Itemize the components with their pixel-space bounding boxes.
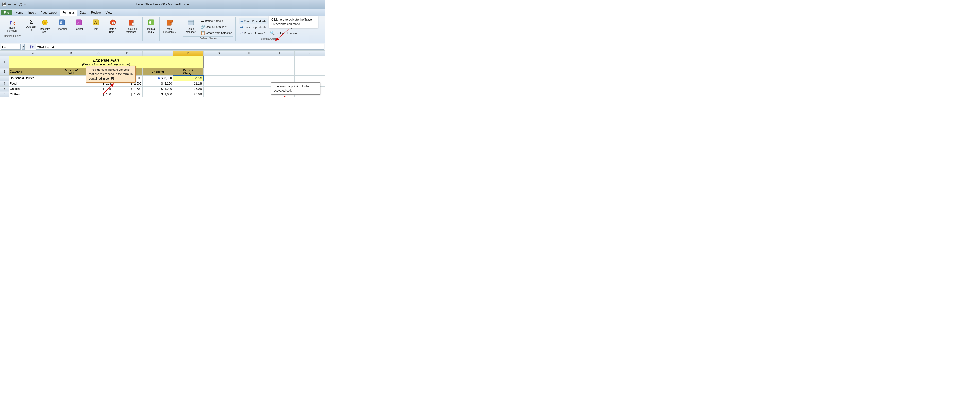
- col-header-f[interactable]: F: [173, 51, 204, 56]
- cell-g1[interactable]: [203, 56, 234, 68]
- name-manager-button[interactable]: NameManager: [183, 18, 198, 34]
- undo-icon[interactable]: ↩: [7, 2, 12, 6]
- cell-ref-dropdown[interactable]: ▼: [22, 44, 25, 49]
- col-header-e[interactable]: E: [142, 51, 173, 56]
- cell-b4[interactable]: [57, 81, 85, 86]
- text-icon: A: [92, 19, 99, 27]
- col-header-d[interactable]: D: [112, 51, 143, 56]
- math-button[interactable]: θ Math &Trig ▼: [145, 18, 158, 34]
- cell-a4[interactable]: Food: [9, 81, 57, 86]
- defined-names-col: 🏷 Define Name ▼ 🔗 Use in Formula ▼ 📋 Cre…: [199, 18, 233, 35]
- trace-dependents-icon: ➡: [240, 25, 243, 29]
- financial-label: Financial: [57, 28, 67, 30]
- cell-a3[interactable]: Household Utilities: [9, 75, 57, 81]
- redo-icon[interactable]: ↪: [13, 2, 17, 6]
- col-header-h[interactable]: H: [234, 51, 264, 56]
- use-in-formula-button[interactable]: 🔗 Use in Formula ▼: [199, 24, 233, 30]
- cell-h3[interactable]: [234, 75, 264, 81]
- cell-a5[interactable]: Gasoline: [9, 86, 57, 92]
- recently-used-button[interactable]: RecentlyUsed ▼: [38, 18, 51, 34]
- cell-f2[interactable]: PercentChange: [173, 68, 204, 76]
- print-icon[interactable]: 🖨: [18, 2, 23, 6]
- logical-button[interactable]: ? Logical: [72, 18, 85, 31]
- insert-function-button[interactable]: ƒx Insert Function: [5, 18, 19, 33]
- cell-h2[interactable]: [234, 68, 264, 76]
- callout-bottom-center: The blue dots indicate the cells that ar…: [86, 66, 148, 95]
- cell-h1[interactable]: [234, 56, 264, 68]
- cell-f4[interactable]: 11.1%: [173, 81, 204, 86]
- remove-arrows-button[interactable]: ↩ Remove Arrows ▼: [239, 30, 267, 36]
- datetime-button[interactable]: 📅 Date &Time ▼: [107, 18, 119, 34]
- datetime-icon: 📅: [110, 19, 116, 27]
- cell-j3[interactable]: [295, 75, 325, 81]
- col-header-a[interactable]: A: [9, 51, 57, 56]
- cell-g4[interactable]: [203, 81, 234, 86]
- cell-h5[interactable]: [234, 86, 264, 92]
- financial-button[interactable]: $ Financial: [56, 18, 68, 31]
- formula-input[interactable]: =(D3-E3)/E3: [36, 44, 324, 49]
- cell-h6[interactable]: [234, 92, 264, 97]
- quick-access-toolbar: 💾 ↩ ↪ 🖨 ▼: [2, 2, 26, 6]
- menu-review[interactable]: Review: [89, 10, 103, 15]
- callout-middle-right: The arrow is pointing to the activated c…: [271, 82, 323, 97]
- ribbon-group-financial: $ Financial: [54, 17, 70, 41]
- cell-j1[interactable]: [295, 56, 325, 68]
- col-header-c[interactable]: C: [85, 51, 112, 56]
- cell-f6[interactable]: 20.0%: [173, 92, 204, 97]
- cell-g5[interactable]: [203, 86, 234, 92]
- cell-b2[interactable]: Percent ofTotal: [57, 68, 85, 76]
- more-functions-button[interactable]: MoreFunctions ▼: [162, 18, 178, 34]
- autosum-button[interactable]: Σ AutoSum▼: [25, 18, 38, 32]
- menu-insert[interactable]: Insert: [26, 10, 38, 15]
- trace-precedents-button[interactable]: ⬅ Trace Precedents: [239, 18, 267, 24]
- cell-b6[interactable]: [57, 92, 85, 97]
- remove-arrows-arrow: ▼: [264, 32, 266, 34]
- formula-value: =(D3-E3)/E3: [37, 45, 54, 49]
- col-header-b[interactable]: B: [57, 51, 85, 56]
- svg-rect-17: [188, 20, 194, 25]
- ribbon-group-insert-function: ƒx Insert Function Function Library: [1, 17, 23, 41]
- create-from-selection-button[interactable]: 📋 Create from Selection: [199, 30, 233, 35]
- svg-line-28: [272, 96, 286, 97]
- trace-dependents-button[interactable]: ➡ Trace Dependents: [239, 24, 267, 30]
- title-bar: 💾 ↩ ↪ 🖨 ▼ Excel Objective 2.00 - Microso…: [0, 0, 325, 9]
- cell-f5[interactable]: 25.0%: [173, 86, 204, 92]
- menu-formulas[interactable]: Formulas: [60, 10, 77, 16]
- define-name-arrow: ▼: [221, 20, 223, 22]
- col-header-i[interactable]: I: [264, 51, 295, 56]
- cell-h4[interactable]: [234, 81, 264, 86]
- cell-b3[interactable]: [57, 75, 85, 81]
- menu-page-layout[interactable]: Page Layout: [38, 10, 60, 15]
- financial-icon: $: [59, 19, 65, 27]
- name-manager-label: NameManager: [186, 28, 196, 33]
- menu-data[interactable]: Data: [77, 10, 89, 15]
- cell-g6[interactable]: [203, 92, 234, 97]
- cell-g2[interactable]: [203, 68, 234, 76]
- fx-button[interactable]: ƒx: [28, 45, 35, 49]
- save-icon[interactable]: 💾: [2, 2, 6, 6]
- cell-a6[interactable]: Clothes: [9, 92, 57, 97]
- menu-home[interactable]: Home: [13, 10, 26, 15]
- lookup-button[interactable]: Lookup &Reference ▼: [124, 18, 140, 34]
- row-header-5: 5: [0, 86, 9, 92]
- menu-view[interactable]: View: [103, 10, 115, 15]
- cell-g3[interactable]: [203, 75, 234, 81]
- cell-i2[interactable]: [264, 68, 295, 76]
- cell-i3[interactable]: [264, 75, 295, 81]
- cell-b5[interactable]: [57, 86, 85, 92]
- dropdown-arrow-qat[interactable]: ▼: [24, 3, 26, 6]
- col-header-j[interactable]: J: [295, 51, 325, 56]
- menu-file[interactable]: File: [1, 10, 12, 15]
- cell-reference-box[interactable]: F3: [1, 44, 21, 49]
- cell-j2[interactable]: [295, 68, 325, 76]
- cell-f3[interactable]: →0.0%: [173, 75, 204, 81]
- text-button[interactable]: A Text: [89, 18, 102, 31]
- ribbon-group-datetime: 📅 Date &Time ▼: [105, 17, 121, 41]
- cell-i1[interactable]: [264, 56, 295, 68]
- col-header-g[interactable]: G: [203, 51, 234, 56]
- row-header-4: 4: [0, 81, 9, 86]
- row-3: 3 Household Utilities $ 250 $ 3,000 $ 3,…: [0, 75, 325, 81]
- cell-ref-value: F3: [2, 45, 6, 49]
- define-name-button[interactable]: 🏷 Define Name ▼: [199, 18, 233, 24]
- cell-a2[interactable]: Category: [9, 68, 57, 76]
